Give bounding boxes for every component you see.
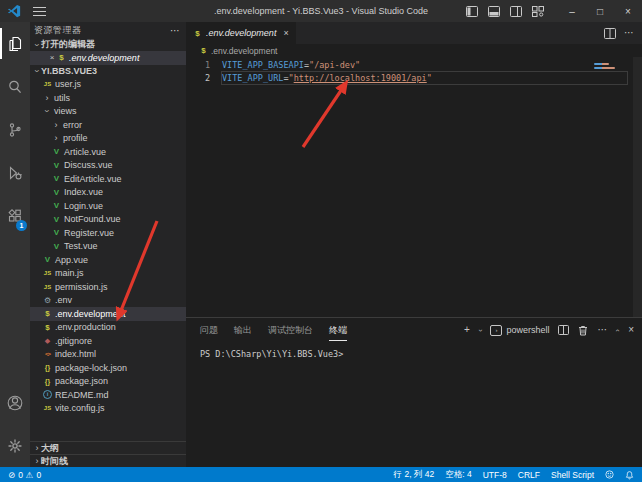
tree-item-label: views xyxy=(54,106,77,116)
tree-item-label: App.vue xyxy=(55,255,88,265)
tree-item-package-lock-json[interactable]: {}package-lock.json xyxy=(30,361,186,375)
panel-tab-[interactable]: 问题 xyxy=(200,320,218,340)
tree-item-index-html[interactable]: <>index.html xyxy=(30,348,186,362)
panel-tab-[interactable]: 调试控制台 xyxy=(268,320,313,340)
terminal-shell-selector[interactable]: › powershell xyxy=(490,325,549,336)
sidebar-explorer: 资源管理器 ⋯ › 打开的编辑器 ×$.env.development › YI… xyxy=(30,22,186,467)
tab-close-icon[interactable]: × xyxy=(283,28,288,38)
tree-item-gitignore[interactable]: ◆.gitignore xyxy=(30,334,186,348)
open-editor-item-env-development[interactable]: ×$.env.development xyxy=(30,51,186,65)
panel-tab-[interactable]: 终端 xyxy=(329,320,347,341)
shell-file-icon: $ xyxy=(57,53,66,62)
tree-folder-profile[interactable]: ›profile xyxy=(30,132,186,146)
kill-terminal-trash-icon[interactable] xyxy=(578,325,588,336)
status-cursor-position[interactable]: 行 2, 列 42 xyxy=(394,469,435,481)
terminal[interactable]: PS D:\CSharp\Yi\Yi.BBS.Vue3> xyxy=(186,342,642,467)
bottom-panel: 问题输出调试控制台终端 + › › powershell ⋯ › × xyxy=(186,317,642,467)
tree-item-env-development[interactable]: $.env.development xyxy=(30,307,186,321)
tree-item-label: vite.config.js xyxy=(55,403,105,413)
tab-label: .env.development xyxy=(206,28,276,38)
status-encoding[interactable]: UTF-8 xyxy=(483,470,507,480)
section-outline[interactable]: › 大纲 xyxy=(30,441,186,454)
tree-item-index-vue[interactable]: VIndex.vue xyxy=(30,186,186,200)
editor-scrollbar[interactable] xyxy=(633,57,642,317)
toggle-sidebar-icon[interactable] xyxy=(466,6,478,17)
json-file-icon: {} xyxy=(43,364,52,371)
maximize-panel-icon[interactable]: › xyxy=(613,329,622,332)
close-editor-icon[interactable]: × xyxy=(47,53,57,62)
terminal-dropdown-chevron-icon[interactable]: › xyxy=(476,329,485,332)
tree-item-label: Register.vue xyxy=(64,228,114,238)
close-panel-icon[interactable]: × xyxy=(628,325,634,335)
status-indentation[interactable]: 空格: 4 xyxy=(445,469,471,481)
chevron-down-icon: › xyxy=(32,41,42,49)
shell-name: powershell xyxy=(506,325,549,335)
code-line-2[interactable]: 2VITE_APP_URL="http://localhost:19001/ap… xyxy=(186,71,642,84)
tree-item-test-vue[interactable]: VTest.vue xyxy=(30,240,186,254)
new-terminal-icon[interactable]: + xyxy=(464,325,470,335)
shell-file-icon: $ xyxy=(43,309,52,318)
chevron-right-icon: › xyxy=(52,120,60,130)
panel-tab-[interactable]: 输出 xyxy=(234,320,252,340)
minimize-button[interactable]: – xyxy=(558,0,586,22)
split-terminal-icon[interactable] xyxy=(558,325,569,335)
code-line-1[interactable]: 1VITE_APP_BASEAPI="/api-dev" xyxy=(186,58,642,71)
tree-item-permission-js[interactable]: JSpermission.js xyxy=(30,280,186,294)
source-control-icon[interactable] xyxy=(0,108,30,151)
chevron-right-icon: › xyxy=(33,456,41,466)
tree-item-main-js[interactable]: JSmain.js xyxy=(30,267,186,281)
feedback-smiley-icon[interactable] xyxy=(605,470,614,479)
explorer-more-actions-icon[interactable]: ⋯ xyxy=(170,25,180,36)
status-language-mode[interactable]: Shell Script xyxy=(551,470,594,480)
tree-item-env[interactable]: ⚙.env xyxy=(30,294,186,308)
account-icon[interactable] xyxy=(0,381,30,424)
explorer-icon[interactable] xyxy=(0,22,30,65)
extensions-icon[interactable]: 1 xyxy=(0,194,30,237)
search-icon[interactable] xyxy=(0,65,30,108)
tree-item-register-vue[interactable]: VRegister.vue xyxy=(30,226,186,240)
vue-file-icon: V xyxy=(52,174,61,183)
editor-more-actions-icon[interactable]: ⋯ xyxy=(624,28,634,38)
section-project-root[interactable]: › YI.BBS.VUE3 xyxy=(30,65,186,78)
js-file-icon: JS xyxy=(43,81,52,87)
close-window-button[interactable]: × xyxy=(614,0,642,22)
code-editor[interactable]: 1VITE_APP_BASEAPI="/api-dev"2VITE_APP_UR… xyxy=(186,57,642,317)
panel-header: 问题输出调试控制台终端 + › › powershell ⋯ › × xyxy=(186,318,642,342)
toggle-panel-icon[interactable] xyxy=(488,6,500,17)
tree-folder-error[interactable]: ›error xyxy=(30,118,186,132)
tab-env-development[interactable]: $ .env.development × xyxy=(186,22,296,44)
section-timeline[interactable]: › 时间线 xyxy=(30,454,186,467)
tree-item-vite-config-js[interactable]: JSvite.config.js xyxy=(30,402,186,416)
code-token-string-link[interactable]: http://localhost:19001/api xyxy=(294,73,427,83)
tree-item-discuss-vue[interactable]: VDiscuss.vue xyxy=(30,159,186,173)
tree-item-app-vue[interactable]: VApp.vue xyxy=(30,253,186,267)
section-open-editors[interactable]: › 打开的编辑器 xyxy=(30,38,186,51)
notifications-bell-icon[interactable] xyxy=(625,470,634,480)
tree-item-login-vue[interactable]: VLogin.vue xyxy=(30,199,186,213)
customize-layout-icon[interactable] xyxy=(532,6,544,17)
status-eol[interactable]: CRLF xyxy=(518,470,540,480)
maximize-button[interactable]: □ xyxy=(586,0,614,22)
extensions-badge: 1 xyxy=(16,220,27,231)
split-editor-icon[interactable] xyxy=(604,28,616,39)
tree-item-readme-md[interactable]: iREADME.md xyxy=(30,388,186,402)
settings-gear-icon[interactable] xyxy=(0,424,30,467)
panel-more-actions-icon[interactable]: ⋯ xyxy=(597,325,607,335)
tree-item-package-json[interactable]: {}package.json xyxy=(30,375,186,389)
tree-folder-views[interactable]: ›views xyxy=(30,105,186,119)
tree-item-article-vue[interactable]: VArticle.vue xyxy=(30,145,186,159)
tree-folder-utils[interactable]: ›utils xyxy=(30,91,186,105)
breadcrumb[interactable]: $ .env.development xyxy=(186,44,642,57)
tree-item-label: .env.development xyxy=(55,309,125,319)
run-debug-icon[interactable] xyxy=(0,151,30,194)
problems-status[interactable]: ⊘ 0 ⚠ 0 xyxy=(8,470,41,480)
minimap[interactable] xyxy=(592,57,628,117)
tree-item-label: Discuss.vue xyxy=(64,160,113,170)
tree-item-notfound-vue[interactable]: VNotFound.vue xyxy=(30,213,186,227)
toggle-secondary-sidebar-icon[interactable] xyxy=(510,6,522,17)
tree-item-editarticle-vue[interactable]: VEditArticle.vue xyxy=(30,172,186,186)
tree-item-user-js[interactable]: JSuser.js xyxy=(30,78,186,92)
tree-item-env-production[interactable]: $.env.production xyxy=(30,321,186,335)
menu-icon[interactable] xyxy=(33,7,46,16)
shell-file-icon: $ xyxy=(43,323,52,332)
